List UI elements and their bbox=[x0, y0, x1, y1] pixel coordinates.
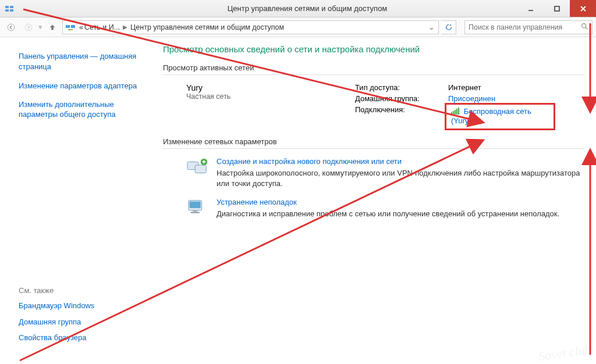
titlebar: Центр управления сетями и общим доступом bbox=[0, 0, 596, 17]
svg-rect-19 bbox=[458, 108, 459, 115]
forward-button[interactable] bbox=[21, 20, 36, 35]
main-content: Просмотр основных сведений о сети и наст… bbox=[156, 37, 596, 364]
sidebar-link-advanced-sharing[interactable]: Изменить дополнительные параметры общего… bbox=[19, 99, 146, 120]
connections-label: Подключения: bbox=[355, 105, 448, 114]
svg-rect-26 bbox=[191, 212, 200, 213]
see-also-section: См. также Брандмауэр Windows Домашняя гр… bbox=[19, 286, 147, 349]
new-connection-icon bbox=[186, 157, 208, 176]
svg-rect-16 bbox=[453, 111, 454, 115]
change-params-title: Изменение сетевых параметров bbox=[163, 137, 584, 146]
task-new-connection-title[interactable]: Создание и настройка нового подключения … bbox=[217, 157, 584, 166]
close-button[interactable] bbox=[570, 0, 596, 17]
network-name: Yury bbox=[186, 83, 338, 92]
svg-rect-2 bbox=[5, 9, 9, 12]
svg-rect-10 bbox=[66, 25, 70, 28]
window-controls bbox=[517, 0, 596, 17]
homegroup-value-link[interactable]: Присоединен bbox=[448, 94, 495, 103]
network-subtype: Частная сеть bbox=[186, 92, 338, 101]
svg-rect-18 bbox=[456, 109, 457, 115]
access-type-label: Тип доступа: bbox=[355, 83, 448, 92]
search-icon bbox=[581, 23, 588, 32]
nav-history-dropdown[interactable]: ▾ bbox=[38, 23, 42, 31]
divider bbox=[163, 74, 584, 75]
svg-point-8 bbox=[8, 24, 15, 31]
svg-rect-1 bbox=[10, 6, 13, 8]
back-button[interactable] bbox=[3, 20, 19, 35]
connection-highlight-box: Беспроводная сеть(Yury) bbox=[445, 103, 555, 130]
up-button[interactable] bbox=[46, 21, 59, 34]
svg-rect-5 bbox=[555, 6, 559, 11]
breadcrumb-root-prefix: « bbox=[79, 23, 83, 31]
refresh-button[interactable] bbox=[441, 20, 456, 34]
svg-point-9 bbox=[25, 24, 32, 31]
svg-rect-12 bbox=[68, 29, 73, 30]
svg-rect-3 bbox=[10, 9, 13, 12]
svg-line-14 bbox=[586, 27, 587, 29]
breadcrumb-root[interactable]: Сеть и И... bbox=[84, 23, 120, 31]
task-new-connection[interactable]: Создание и настройка нового подключения … bbox=[186, 157, 584, 188]
active-networks-title: Просмотр активных сетей bbox=[163, 63, 584, 72]
sidebar: Панель управления — домашняя страница Из… bbox=[0, 37, 156, 364]
see-also-header: См. также bbox=[19, 286, 147, 295]
svg-rect-24 bbox=[190, 202, 201, 208]
maximize-button[interactable] bbox=[544, 0, 570, 17]
control-panel-home-link[interactable]: Панель управления — домашняя страница bbox=[19, 51, 146, 72]
body: Панель управления — домашняя страница Из… bbox=[0, 37, 596, 364]
breadcrumb[interactable]: « Сеть и И... ▶ Центр управления сетями … bbox=[62, 20, 439, 34]
task-new-connection-desc: Настройка широкополосного, коммутируемог… bbox=[217, 168, 584, 188]
network-center-icon bbox=[65, 22, 76, 33]
minimize-button[interactable] bbox=[517, 0, 544, 17]
svg-rect-17 bbox=[455, 110, 456, 115]
window-title: Центр управления сетями и общим доступом bbox=[19, 4, 596, 13]
svg-rect-0 bbox=[5, 6, 9, 8]
breadcrumb-current: Центр управления сетями и общим доступом bbox=[130, 23, 284, 31]
wireless-connection-link[interactable]: Беспроводная сеть(Yury) bbox=[451, 107, 531, 125]
active-network-block: Yury Частная сеть Тип доступа: Интернет … bbox=[186, 83, 584, 116]
navbar: ▾ « Сеть и И... ▶ Центр управления сетям… bbox=[0, 17, 596, 37]
page-heading: Просмотр основных сведений о сети и наст… bbox=[163, 44, 584, 54]
svg-rect-25 bbox=[193, 210, 197, 212]
divider bbox=[163, 148, 584, 149]
task-troubleshoot-desc: Диагностика и исправление проблем с сеть… bbox=[217, 209, 559, 219]
homegroup-label: Домашняя группа: bbox=[355, 94, 448, 103]
window-icon bbox=[5, 4, 14, 13]
svg-point-13 bbox=[582, 23, 586, 27]
search-input[interactable] bbox=[469, 23, 581, 31]
svg-rect-21 bbox=[195, 165, 206, 173]
breadcrumb-dropdown[interactable]: ⌄ bbox=[427, 23, 436, 31]
task-troubleshoot[interactable]: Устранение неполадок Диагностика и испра… bbox=[186, 198, 584, 219]
see-also-firewall[interactable]: Брандмауэр Windows bbox=[19, 301, 147, 311]
task-troubleshoot-title[interactable]: Устранение неполадок bbox=[217, 198, 559, 206]
sidebar-link-adapter-settings[interactable]: Изменение параметров адаптера bbox=[19, 81, 146, 91]
svg-rect-15 bbox=[451, 112, 452, 115]
chevron-right-icon: ▶ bbox=[123, 24, 127, 30]
troubleshoot-icon bbox=[186, 198, 208, 216]
search-box[interactable] bbox=[464, 20, 593, 34]
access-type-value: Интернет bbox=[448, 83, 481, 92]
svg-rect-11 bbox=[71, 25, 75, 28]
wifi-signal-icon bbox=[451, 108, 459, 116]
see-also-homegroup[interactable]: Домашняя группа bbox=[19, 317, 147, 327]
see-also-browser-properties[interactable]: Свойства браузера bbox=[19, 333, 147, 343]
